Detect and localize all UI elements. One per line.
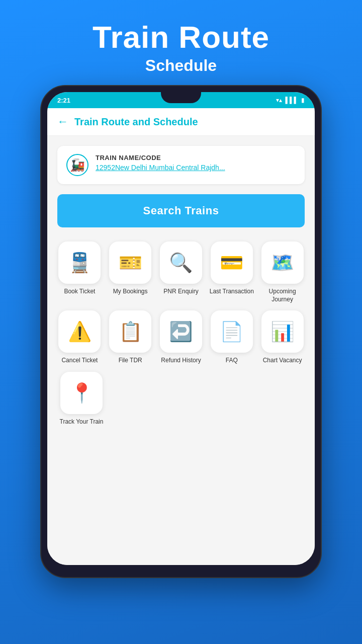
pnr-enquiry-icon-box: 🔍 [160,242,202,284]
grid-item-pnr-enquiry[interactable]: 🔍PNR Enquiry [159,242,204,303]
faq-icon-box: 📄 [211,310,253,353]
track-your-train-label: Track Your Train [60,418,104,426]
back-button[interactable]: ← [57,115,68,128]
last-transaction-icon: 💳 [220,252,243,274]
cancel-ticket-icon: ⚠️ [68,320,92,343]
cancel-ticket-icon-box: ⚠️ [58,310,101,353]
faq-label: FAQ [226,357,238,365]
grid-item-refund-history[interactable]: ↩️Refund History [159,310,204,365]
upcoming-journey-icon: 🗺️ [270,252,294,274]
refund-history-label: Refund History [161,357,201,365]
content-area: 🚂 TRAIN NAME/CODE 12952New Delhi Mumbai … [47,136,315,565]
grid-item-faq[interactable]: 📄FAQ [209,310,254,365]
phone-mockup: 2:21 ▾▴ ▌▌▌ ▮ ← Train Route and Schedule… [40,85,322,578]
pnr-enquiry-label: PNR Enquiry [163,288,198,296]
signal-icon: ▌▌▌ [285,97,298,104]
train-logo-icon: 🚂 [70,158,85,172]
grid-item-file-tdr[interactable]: 📋File TDR [108,310,153,365]
refund-history-icon: ↩️ [169,320,193,343]
train-name-label: TRAIN NAME/CODE [96,154,225,162]
faq-icon: 📄 [220,320,243,343]
train-icon-circle: 🚂 [66,154,88,176]
grid-row-2: 📍Track Your Train [57,372,305,426]
book-ticket-icon-box: 🚆 [58,242,101,284]
grid-item-upcoming-journey[interactable]: 🗺️Upcoming Journey [260,242,305,303]
header-subtitle: Schedule [10,56,352,75]
chart-vacancy-label: Chart Vacancy [263,357,302,365]
grid-item-chart-vacancy[interactable]: 📊Chart Vacancy [260,310,305,365]
chart-vacancy-icon: 📊 [270,320,294,343]
grid-row-1: ⚠️Cancel Ticket📋File TDR↩️Refund History… [57,310,305,365]
app-header-title: Train Route and Schedule [74,116,198,128]
search-trains-button[interactable]: Search Trains [57,194,305,227]
train-name-value[interactable]: 12952New Delhi Mumbai Central Rajdh... [96,164,225,172]
chart-vacancy-icon-box: 📊 [261,310,304,353]
grid-item-book-ticket[interactable]: 🚆Book Ticket [57,242,102,303]
my-bookings-icon-box: 🎫 [109,242,151,284]
phone-screen: 2:21 ▾▴ ▌▌▌ ▮ ← Train Route and Schedule… [47,92,315,565]
feature-grid: 🚆Book Ticket🎫My Bookings🔍PNR Enquiry💳Las… [57,242,305,426]
my-bookings-icon: 🎫 [119,252,142,274]
status-time: 2:21 [57,97,70,104]
phone-notch [161,92,201,103]
header-section: Train Route Schedule [0,0,362,85]
upcoming-journey-icon-box: 🗺️ [261,242,304,284]
wifi-icon: ▾▴ [276,97,282,104]
app-header: ← Train Route and Schedule [47,108,315,136]
grid-item-last-transaction[interactable]: 💳Last Transaction [209,242,254,303]
file-tdr-label: File TDR [119,357,142,365]
grid-item-cancel-ticket[interactable]: ⚠️Cancel Ticket [57,310,102,365]
grid-row-0: 🚆Book Ticket🎫My Bookings🔍PNR Enquiry💳Las… [57,242,305,303]
file-tdr-icon: 📋 [119,320,142,343]
refund-history-icon-box: ↩️ [160,310,202,353]
file-tdr-icon-box: 📋 [109,310,151,353]
last-transaction-label: Last Transaction [210,288,254,296]
cancel-ticket-label: Cancel Ticket [61,357,98,365]
pnr-enquiry-icon: 🔍 [169,252,193,274]
grid-item-my-bookings[interactable]: 🎫My Bookings [108,242,153,303]
book-ticket-label: Book Ticket [64,288,95,296]
upcoming-journey-label: Upcoming Journey [260,288,305,303]
train-info: TRAIN NAME/CODE 12952New Delhi Mumbai Ce… [96,154,225,172]
last-transaction-icon-box: 💳 [211,242,253,284]
book-ticket-icon: 🚆 [68,252,92,274]
header-title: Train Route [10,20,352,54]
train-name-card: 🚂 TRAIN NAME/CODE 12952New Delhi Mumbai … [57,146,305,184]
track-your-train-icon: 📍 [70,382,94,404]
status-icons: ▾▴ ▌▌▌ ▮ [276,97,305,104]
battery-icon: ▮ [301,97,305,104]
track-your-train-icon-box: 📍 [60,372,103,414]
my-bookings-label: My Bookings [113,288,148,296]
grid-item-track-your-train[interactable]: 📍Track Your Train [57,372,106,426]
